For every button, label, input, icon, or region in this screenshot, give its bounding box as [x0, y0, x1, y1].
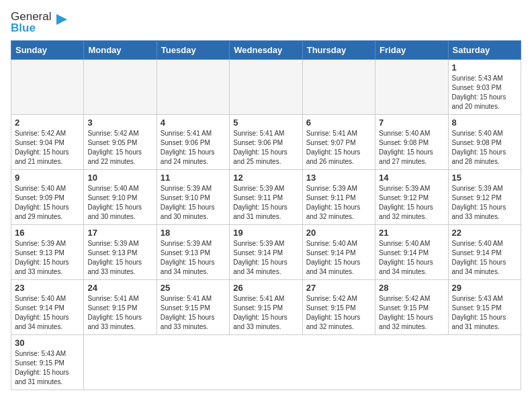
weekday-header-tuesday: Tuesday [157, 41, 229, 60]
calendar-empty-cell [11, 60, 84, 115]
calendar-empty-cell [302, 60, 375, 115]
calendar-day-17: 17Sunrise: 5:39 AM Sunset: 9:13 PM Dayli… [84, 225, 157, 280]
day-info: Sunrise: 5:39 AM Sunset: 9:10 PM Dayligh… [161, 184, 226, 222]
calendar-week-row: 30Sunrise: 5:43 AM Sunset: 9:15 PM Dayli… [11, 335, 521, 390]
calendar-header-row: SundayMondayTuesdayWednesdayThursdayFrid… [11, 41, 521, 60]
day-number: 13 [306, 173, 371, 183]
day-info: Sunrise: 5:41 AM Sunset: 9:07 PM Dayligh… [306, 129, 371, 167]
day-number: 5 [233, 118, 298, 128]
day-number: 4 [161, 118, 226, 128]
calendar-week-row: 16Sunrise: 5:39 AM Sunset: 9:13 PM Dayli… [11, 225, 521, 280]
calendar-day-11: 11Sunrise: 5:39 AM Sunset: 9:10 PM Dayli… [157, 170, 229, 225]
calendar-day-13: 13Sunrise: 5:39 AM Sunset: 9:11 PM Dayli… [302, 170, 375, 225]
day-number: 24 [87, 283, 152, 293]
day-info: Sunrise: 5:39 AM Sunset: 9:13 PM Dayligh… [15, 239, 80, 277]
day-info: Sunrise: 5:43 AM Sunset: 9:03 PM Dayligh… [452, 74, 517, 111]
weekday-header-wednesday: Wednesday [230, 41, 302, 60]
calendar-empty-cell [230, 60, 302, 115]
calendar-empty-cell [375, 60, 448, 115]
calendar-day-2: 2Sunrise: 5:42 AM Sunset: 9:04 PM Daylig… [11, 115, 84, 170]
calendar-day-3: 3Sunrise: 5:42 AM Sunset: 9:05 PM Daylig… [84, 115, 157, 170]
header: General Blue [11, 11, 521, 34]
svg-marker-0 [56, 14, 67, 25]
calendar-day-12: 12Sunrise: 5:39 AM Sunset: 9:11 PM Dayli… [230, 170, 302, 225]
day-number: 19 [233, 228, 298, 238]
logo-blue: Blue [11, 21, 36, 34]
day-info: Sunrise: 5:40 AM Sunset: 9:14 PM Dayligh… [379, 239, 444, 277]
day-info: Sunrise: 5:40 AM Sunset: 9:08 PM Dayligh… [379, 129, 444, 167]
day-info: Sunrise: 5:41 AM Sunset: 9:06 PM Dayligh… [161, 129, 226, 167]
day-info: Sunrise: 5:42 AM Sunset: 9:15 PM Dayligh… [306, 294, 371, 332]
day-info: Sunrise: 5:39 AM Sunset: 9:13 PM Dayligh… [87, 239, 152, 277]
day-number: 26 [233, 283, 298, 293]
calendar-day-4: 4Sunrise: 5:41 AM Sunset: 9:06 PM Daylig… [157, 115, 229, 170]
calendar-empty-cell [157, 60, 229, 115]
logo-flag-icon [54, 13, 70, 29]
calendar-week-row: 9Sunrise: 5:40 AM Sunset: 9:09 PM Daylig… [11, 170, 521, 225]
calendar-day-16: 16Sunrise: 5:39 AM Sunset: 9:13 PM Dayli… [11, 225, 84, 280]
calendar-day-30: 30Sunrise: 5:43 AM Sunset: 9:15 PM Dayli… [11, 335, 84, 390]
day-number: 2 [15, 118, 80, 128]
day-number: 21 [379, 228, 444, 238]
weekday-header-sunday: Sunday [11, 41, 84, 60]
day-number: 10 [87, 173, 152, 183]
day-info: Sunrise: 5:39 AM Sunset: 9:13 PM Dayligh… [161, 239, 226, 277]
day-number: 25 [161, 283, 226, 293]
day-number: 9 [15, 173, 80, 183]
calendar-day-22: 22Sunrise: 5:40 AM Sunset: 9:14 PM Dayli… [448, 225, 521, 280]
day-info: Sunrise: 5:43 AM Sunset: 9:15 PM Dayligh… [452, 294, 517, 332]
day-info: Sunrise: 5:40 AM Sunset: 9:14 PM Dayligh… [15, 294, 80, 332]
day-number: 12 [233, 173, 298, 183]
calendar-week-row: 23Sunrise: 5:40 AM Sunset: 9:14 PM Dayli… [11, 280, 521, 335]
weekday-header-monday: Monday [84, 41, 157, 60]
day-info: Sunrise: 5:40 AM Sunset: 9:10 PM Dayligh… [87, 184, 152, 222]
day-info: Sunrise: 5:40 AM Sunset: 9:14 PM Dayligh… [306, 239, 371, 277]
day-info: Sunrise: 5:39 AM Sunset: 9:12 PM Dayligh… [379, 184, 444, 222]
day-info: Sunrise: 5:42 AM Sunset: 9:04 PM Dayligh… [15, 129, 80, 167]
calendar-day-5: 5Sunrise: 5:41 AM Sunset: 9:06 PM Daylig… [230, 115, 302, 170]
day-number: 17 [87, 228, 152, 238]
day-info: Sunrise: 5:41 AM Sunset: 9:06 PM Dayligh… [233, 129, 298, 167]
weekday-header-saturday: Saturday [448, 41, 521, 60]
day-info: Sunrise: 5:42 AM Sunset: 9:05 PM Dayligh… [87, 129, 152, 167]
day-number: 15 [452, 173, 517, 183]
day-info: Sunrise: 5:40 AM Sunset: 9:09 PM Dayligh… [15, 184, 80, 222]
day-info: Sunrise: 5:42 AM Sunset: 9:15 PM Dayligh… [379, 294, 444, 332]
day-number: 11 [161, 173, 226, 183]
calendar-day-18: 18Sunrise: 5:39 AM Sunset: 9:13 PM Dayli… [157, 225, 229, 280]
calendar-day-1: 1Sunrise: 5:43 AM Sunset: 9:03 PM Daylig… [448, 60, 521, 115]
day-info: Sunrise: 5:41 AM Sunset: 9:15 PM Dayligh… [161, 294, 226, 332]
logo-wordmark: General Blue [11, 11, 51, 34]
calendar-day-14: 14Sunrise: 5:39 AM Sunset: 9:12 PM Dayli… [375, 170, 448, 225]
day-info: Sunrise: 5:39 AM Sunset: 9:12 PM Dayligh… [452, 184, 517, 222]
calendar-day-7: 7Sunrise: 5:40 AM Sunset: 9:08 PM Daylig… [375, 115, 448, 170]
calendar-day-21: 21Sunrise: 5:40 AM Sunset: 9:14 PM Dayli… [375, 225, 448, 280]
day-number: 1 [452, 62, 517, 73]
calendar-week-row: 1Sunrise: 5:43 AM Sunset: 9:03 PM Daylig… [11, 60, 521, 115]
day-info: Sunrise: 5:40 AM Sunset: 9:08 PM Dayligh… [452, 129, 517, 167]
day-number: 27 [306, 283, 371, 293]
calendar-day-15: 15Sunrise: 5:39 AM Sunset: 9:12 PM Dayli… [448, 170, 521, 225]
calendar-day-24: 24Sunrise: 5:41 AM Sunset: 9:15 PM Dayli… [84, 280, 157, 335]
day-number: 23 [15, 283, 80, 293]
calendar-table: SundayMondayTuesdayWednesdayThursdayFrid… [11, 40, 521, 390]
day-info: Sunrise: 5:43 AM Sunset: 9:15 PM Dayligh… [15, 349, 80, 387]
day-number: 22 [452, 228, 517, 238]
day-number: 28 [379, 283, 444, 293]
calendar-day-10: 10Sunrise: 5:40 AM Sunset: 9:10 PM Dayli… [84, 170, 157, 225]
day-number: 16 [15, 228, 80, 238]
day-number: 7 [379, 118, 444, 128]
calendar-day-19: 19Sunrise: 5:39 AM Sunset: 9:14 PM Dayli… [230, 225, 302, 280]
calendar-day-28: 28Sunrise: 5:42 AM Sunset: 9:15 PM Dayli… [375, 280, 448, 335]
calendar-day-20: 20Sunrise: 5:40 AM Sunset: 9:14 PM Dayli… [302, 225, 375, 280]
calendar-day-26: 26Sunrise: 5:41 AM Sunset: 9:15 PM Dayli… [230, 280, 302, 335]
calendar-day-29: 29Sunrise: 5:43 AM Sunset: 9:15 PM Dayli… [448, 280, 521, 335]
calendar-day-9: 9Sunrise: 5:40 AM Sunset: 9:09 PM Daylig… [11, 170, 84, 225]
weekday-header-thursday: Thursday [302, 41, 375, 60]
day-number: 29 [452, 283, 517, 293]
day-number: 8 [452, 118, 517, 128]
day-info: Sunrise: 5:39 AM Sunset: 9:14 PM Dayligh… [233, 239, 298, 277]
day-info: Sunrise: 5:40 AM Sunset: 9:14 PM Dayligh… [452, 239, 517, 277]
day-info: Sunrise: 5:39 AM Sunset: 9:11 PM Dayligh… [306, 184, 371, 222]
day-info: Sunrise: 5:39 AM Sunset: 9:11 PM Dayligh… [233, 184, 298, 222]
